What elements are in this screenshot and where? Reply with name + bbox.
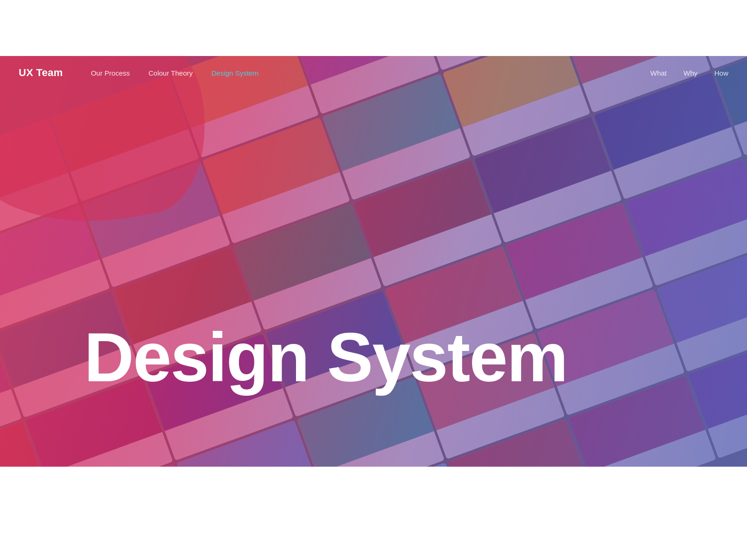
navbar: UX Team Our Process Colour Theory Design… (0, 56, 747, 90)
nav-link-colour-theory[interactable]: Colour Theory (148, 69, 193, 77)
nav-link-what[interactable]: What (650, 69, 667, 77)
nav-link-why[interactable]: Why (684, 69, 698, 77)
bottom-white-bar (0, 467, 747, 560)
nav-logo: UX Team (19, 67, 63, 79)
top-white-bar (0, 0, 747, 56)
nav-link-how[interactable]: How (714, 69, 728, 77)
hero-content: Design System (0, 323, 747, 392)
nav-link-design-system[interactable]: Design System (211, 69, 259, 77)
nav-links-right: What Why How (650, 69, 728, 77)
nav-link-our-process[interactable]: Our Process (91, 69, 130, 77)
hero-title: Design System (84, 323, 663, 392)
nav-links-left: Our Process Colour Theory Design System (91, 69, 650, 77)
hero-section: UX Team Our Process Colour Theory Design… (0, 56, 747, 467)
